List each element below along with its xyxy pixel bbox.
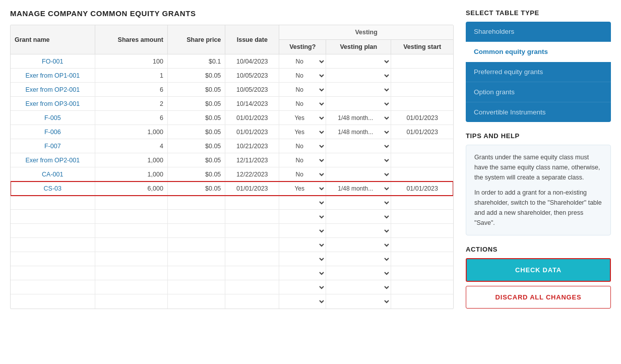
cell-vesting-plan[interactable]: 1/48 month...1/36 month...1/24 month...	[326, 196, 391, 210]
cell-share-price[interactable]	[167, 266, 225, 280]
cell-vesting-start[interactable]: 01/01/2023	[391, 125, 453, 139]
cell-vesting-plan[interactable]: 1/48 month...1/36 month...1/24 month...	[326, 69, 391, 83]
cell-grant-name[interactable]: Exer from OP3-001	[11, 97, 95, 111]
cell-issue-date[interactable]	[225, 224, 279, 238]
cell-grant-name[interactable]: Exer from OP2-001	[11, 153, 95, 167]
vesting-select[interactable]: NoYes	[279, 168, 326, 180]
cell-issue-date[interactable]	[225, 266, 279, 280]
cell-vesting-start[interactable]	[391, 210, 453, 224]
cell-issue-date[interactable]: 01/01/2023	[225, 125, 279, 139]
cell-grant-name[interactable]	[11, 266, 95, 280]
vesting-select[interactable]: NoYes	[279, 154, 326, 166]
vesting-select[interactable]: NoYes	[279, 197, 326, 209]
cell-issue-date[interactable]	[225, 294, 279, 309]
cell-grant-name[interactable]: FO-001	[11, 54, 95, 69]
vesting-select[interactable]: NoYes	[279, 98, 326, 110]
vesting-plan-select[interactable]: 1/48 month...1/36 month...1/24 month...	[326, 70, 391, 82]
cell-vesting-start[interactable]	[391, 54, 453, 69]
cell-vesting-q[interactable]: NoYes	[279, 97, 326, 111]
cell-shares-amount[interactable]: 1,000	[95, 167, 167, 181]
cell-vesting-start[interactable]	[391, 97, 453, 111]
cell-share-price[interactable]	[167, 280, 225, 294]
vesting-plan-select[interactable]: 1/48 month...1/36 month...1/24 month...	[326, 140, 391, 152]
cell-vesting-q[interactable]: NoYes	[279, 280, 326, 294]
vesting-select[interactable]: NoYes	[279, 295, 326, 308]
cell-shares-amount[interactable]: 6	[95, 111, 167, 125]
cell-issue-date[interactable]	[225, 210, 279, 224]
cell-share-price[interactable]: $0.05	[167, 125, 225, 139]
cell-issue-date[interactable]: 01/01/2023	[225, 181, 279, 196]
cell-grant-name[interactable]	[11, 252, 95, 266]
cell-vesting-q[interactable]: NoYes	[279, 210, 326, 224]
cell-shares-amount[interactable]	[95, 280, 167, 294]
cell-shares-amount[interactable]: 100	[95, 54, 167, 69]
cell-vesting-plan[interactable]: 1/48 month...1/36 month...1/24 month...	[326, 252, 391, 266]
cell-share-price[interactable]: $0.05	[167, 97, 225, 111]
sidebar-item-shareholders[interactable]: Shareholders	[466, 22, 611, 42]
cell-vesting-start[interactable]	[391, 196, 453, 210]
vesting-plan-select[interactable]: 1/48 month...1/36 month...1/24 month...	[326, 126, 391, 138]
cell-vesting-q[interactable]: NoYes	[279, 196, 326, 210]
cell-issue-date[interactable]: 10/05/2023	[225, 69, 279, 83]
cell-vesting-plan[interactable]: 1/48 month...1/36 month...1/24 month...	[326, 54, 391, 69]
vesting-plan-select[interactable]: 1/48 month...1/36 month...1/24 month...	[326, 55, 391, 68]
vesting-plan-select[interactable]: 1/48 month...1/36 month...1/24 month...	[326, 197, 391, 209]
vesting-select[interactable]: NoYes	[279, 253, 326, 265]
cell-grant-name[interactable]: Exer from OP1-001	[11, 69, 95, 83]
cell-grant-name[interactable]	[11, 210, 95, 224]
cell-vesting-plan[interactable]: 1/48 month...1/36 month...1/24 month...	[326, 280, 391, 294]
vesting-select[interactable]: NoYes	[279, 70, 326, 82]
vesting-select[interactable]: NoYes	[279, 211, 326, 223]
cell-vesting-plan[interactable]: 1/48 month...1/36 month...1/24 month...	[326, 210, 391, 224]
cell-share-price[interactable]	[167, 252, 225, 266]
cell-vesting-q[interactable]: NoYes	[279, 54, 326, 69]
vesting-plan-select[interactable]: 1/48 month...1/36 month...1/24 month...	[326, 112, 391, 124]
cell-grant-name[interactable]: Exer from OP2-001	[11, 83, 95, 97]
cell-share-price[interactable]: $0.05	[167, 181, 225, 196]
vesting-plan-select[interactable]: 1/48 month...1/36 month...1/24 month...	[326, 225, 391, 237]
cell-shares-amount[interactable]: 1,000	[95, 153, 167, 167]
cell-share-price[interactable]	[167, 238, 225, 252]
cell-shares-amount[interactable]	[95, 196, 167, 210]
vesting-plan-select[interactable]: 1/48 month...1/36 month...1/24 month...	[326, 253, 391, 265]
sidebar-item-convertible-instruments[interactable]: Convertible Instruments	[466, 102, 611, 122]
cell-issue-date[interactable]: 10/04/2023	[225, 54, 279, 69]
cell-grant-name[interactable]	[11, 280, 95, 294]
cell-shares-amount[interactable]	[95, 210, 167, 224]
cell-vesting-q[interactable]: NoYes	[279, 139, 326, 153]
cell-vesting-start[interactable]	[391, 153, 453, 167]
cell-vesting-q[interactable]: NoYes	[279, 153, 326, 167]
cell-issue-date[interactable]: 12/22/2023	[225, 167, 279, 181]
cell-grant-name[interactable]: F-007	[11, 139, 95, 153]
cell-vesting-start[interactable]: 01/01/2023	[391, 181, 453, 196]
vesting-plan-select[interactable]: 1/48 month...1/36 month...1/24 month...	[326, 168, 391, 180]
cell-vesting-start[interactable]	[391, 224, 453, 238]
cell-vesting-start[interactable]	[391, 252, 453, 266]
cell-vesting-plan[interactable]: 1/48 month...1/36 month...1/24 month...	[326, 224, 391, 238]
cell-issue-date[interactable]: 12/11/2023	[225, 153, 279, 167]
cell-share-price[interactable]: $0.05	[167, 139, 225, 153]
cell-share-price[interactable]: $0.05	[167, 69, 225, 83]
cell-share-price[interactable]: $0.05	[167, 83, 225, 97]
cell-grant-name[interactable]: CS-03	[11, 181, 95, 196]
cell-issue-date[interactable]	[225, 238, 279, 252]
cell-vesting-q[interactable]: NoYes	[279, 167, 326, 181]
vesting-plan-select[interactable]: 1/48 month...1/36 month...1/24 month...	[326, 239, 391, 251]
cell-vesting-plan[interactable]: 1/48 month...1/36 month...1/24 month...	[326, 167, 391, 181]
vesting-select[interactable]: NoYes	[279, 140, 326, 152]
cell-vesting-q[interactable]: NoYes	[279, 125, 326, 139]
vesting-select[interactable]: NoYes	[279, 281, 326, 293]
cell-vesting-q[interactable]: NoYes	[279, 238, 326, 252]
cell-vesting-q[interactable]: NoYes	[279, 181, 326, 196]
cell-shares-amount[interactable]: 1	[95, 69, 167, 83]
check-data-button[interactable]: CHECK DATA	[466, 258, 611, 282]
cell-vesting-plan[interactable]: 1/48 month...1/36 month...1/24 month...	[326, 266, 391, 280]
cell-grant-name[interactable]	[11, 238, 95, 252]
cell-shares-amount[interactable]: 6	[95, 83, 167, 97]
vesting-select[interactable]: NoYes	[279, 239, 326, 251]
cell-vesting-start[interactable]: 01/01/2023	[391, 111, 453, 125]
vesting-select[interactable]: NoYes	[279, 225, 326, 237]
cell-share-price[interactable]	[167, 196, 225, 210]
vesting-select[interactable]: NoYes	[279, 183, 326, 195]
sidebar-item-preferred-equity-grants[interactable]: Preferred equity grants	[466, 62, 611, 82]
